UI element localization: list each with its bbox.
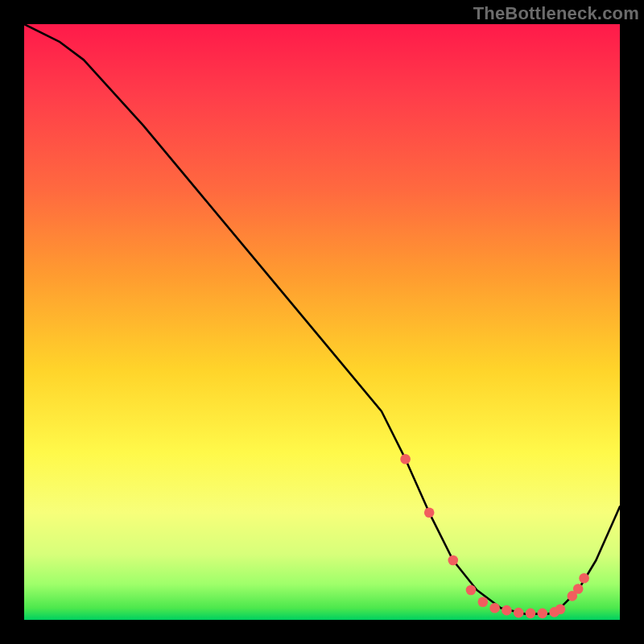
marker-dot [424,508,435,518]
marker-dot [478,597,489,608]
watermark-text: TheBottleneck.com [473,3,639,24]
marker-dot [579,573,589,584]
marker-dot [526,609,536,619]
marker-dot [448,555,459,566]
bottleneck-curve [24,24,620,614]
chart-svg [24,24,620,620]
marker-dot [538,609,548,619]
marker-dot [466,585,477,596]
plot-area [24,24,620,620]
marker-dot [555,604,566,614]
marker-dot [514,608,524,618]
marker-dot [502,605,512,616]
marker-dot [400,454,411,464]
marker-dot [489,603,500,613]
chart-frame: TheBottleneck.com [0,0,644,644]
marker-dot [573,584,584,594]
highlight-dots [400,454,589,618]
